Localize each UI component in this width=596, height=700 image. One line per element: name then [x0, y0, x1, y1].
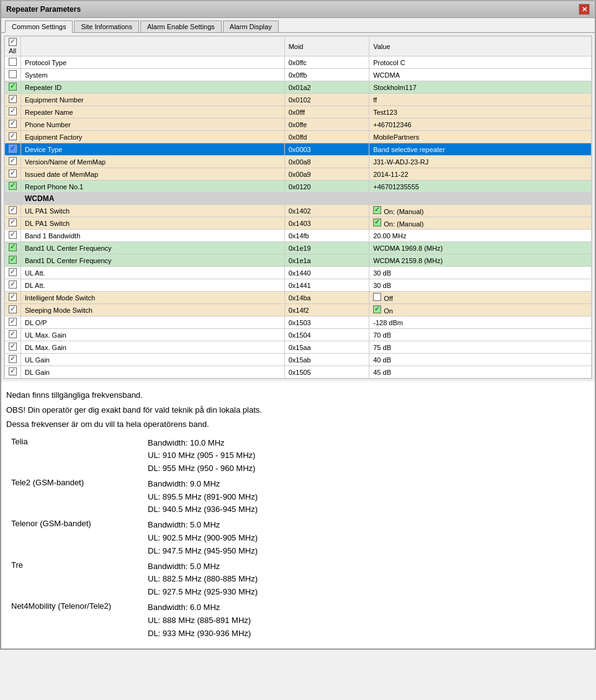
row-label: Issued date of MemMap: [21, 168, 285, 181]
row-checkbox-cell[interactable]: [5, 292, 21, 304]
row-checkbox-cell[interactable]: [5, 329, 21, 341]
row-moid: 0x0003: [284, 143, 369, 156]
table-row: UL Max. Gain 0x1504 70 dB: [5, 329, 592, 341]
info-line1: Nedan finns tillgängliga frekvensband.: [6, 389, 590, 402]
row-checkbox-cell[interactable]: [5, 56, 21, 69]
row-checkbox[interactable]: [9, 218, 17, 227]
row-checkbox[interactable]: [9, 58, 17, 66]
row-checkbox-cell[interactable]: [5, 181, 21, 193]
row-checkbox[interactable]: [9, 268, 17, 276]
row-checkbox[interactable]: [9, 367, 17, 375]
tab-site-informations[interactable]: Site Informations: [74, 20, 139, 32]
row-checkbox-cell[interactable]: [5, 242, 21, 254]
row-checkbox-cell[interactable]: [5, 354, 21, 366]
row-label: DL O/P: [21, 316, 285, 329]
row-checkbox[interactable]: [9, 70, 17, 78]
row-label: Intelligent Mode Switch: [21, 292, 285, 304]
row-label: Equipment Factory: [21, 131, 285, 143]
close-button[interactable]: ✕: [579, 4, 590, 15]
col-all-checkbox[interactable]: All: [5, 37, 21, 56]
row-checkbox[interactable]: [9, 231, 17, 239]
table-row: Repeater Name 0x0fff Test123: [5, 106, 592, 119]
row-label: UL Max. Gain: [21, 329, 285, 341]
row-value: 75 dB: [369, 341, 592, 354]
row-value: -128 dBm: [369, 316, 592, 329]
operator-name: Net4Mobility (Telenor/Tele2): [6, 600, 143, 641]
operator-name: Telenor (GSM-bandet): [6, 518, 143, 559]
row-checkbox[interactable]: [9, 169, 17, 177]
row-moid: 0x14f2: [284, 304, 369, 316]
row-value: 2014-11-22: [369, 168, 592, 181]
wcdma-section-header: WCDMA: [5, 193, 592, 205]
row-checkbox-cell[interactable]: [5, 106, 21, 119]
row-checkbox[interactable]: [9, 107, 17, 115]
row-checkbox[interactable]: [9, 355, 17, 363]
row-checkbox[interactable]: [9, 318, 17, 326]
operator-details: Bandwidth: 6.0 MHzUL: 888 MHz (885-891 M…: [143, 600, 590, 641]
row-label: UL Gain: [21, 354, 285, 366]
row-checkbox[interactable]: [9, 157, 17, 165]
tab-alarm-enable-settings[interactable]: Alarm Enable Settings: [140, 20, 222, 32]
row-checkbox-cell[interactable]: [5, 69, 21, 81]
row-checkbox-cell[interactable]: [5, 131, 21, 143]
row-value: WCDMA: [369, 69, 592, 81]
tab-alarm-display[interactable]: Alarm Display: [223, 20, 279, 32]
row-checkbox-cell[interactable]: [5, 316, 21, 329]
row-checkbox[interactable]: [9, 330, 17, 338]
table-row: Band1 UL Center Frequency 0x1e19 WCDMA 1…: [5, 242, 592, 254]
row-checkbox-cell[interactable]: [5, 341, 21, 354]
row-checkbox[interactable]: [9, 343, 17, 351]
tab-common-settings[interactable]: Common Settings: [5, 20, 73, 33]
all-checkbox[interactable]: [9, 38, 17, 46]
row-checkbox[interactable]: [9, 206, 17, 214]
row-checkbox-cell[interactable]: [5, 94, 21, 106]
row-moid: 0x14fb: [284, 230, 369, 242]
row-checkbox[interactable]: [9, 95, 17, 103]
row-moid: 0x1e1a: [284, 254, 369, 267]
row-label: DL Max. Gain: [21, 341, 285, 354]
row-checkbox[interactable]: [9, 132, 17, 140]
row-moid: 0x1e19: [284, 242, 369, 254]
row-checkbox[interactable]: [9, 256, 17, 264]
row-checkbox-cell[interactable]: [5, 168, 21, 181]
row-value: Stockholm117: [369, 81, 592, 94]
table-row: DL O/P 0x1503 -128 dBm: [5, 316, 592, 329]
row-checkbox-cell[interactable]: [5, 366, 21, 379]
row-value: 30 dB: [369, 267, 592, 279]
row-checkbox[interactable]: [9, 83, 17, 91]
operator-name: Tele2 (GSM-bandet): [6, 477, 143, 518]
row-checkbox-cell[interactable]: [5, 304, 21, 316]
row-checkbox[interactable]: [9, 182, 17, 190]
col-label-header: [21, 37, 285, 56]
row-label: UL PA1 Switch: [21, 205, 285, 217]
row-checkbox-cell[interactable]: [5, 143, 21, 156]
table-row: Phone Number 0x0ffe +467012346: [5, 119, 592, 131]
row-label: DL Att.: [21, 279, 285, 292]
table-row: Report Phone No.1 0x0120 +46701235555: [5, 181, 592, 193]
operator-details: Bandwidth: 5.0 MHzUL: 882.5 MHz (880-885…: [143, 559, 590, 600]
row-checkbox[interactable]: [9, 120, 17, 128]
row-checkbox-cell[interactable]: [5, 156, 21, 168]
row-checkbox-cell[interactable]: [5, 230, 21, 242]
row-checkbox-cell[interactable]: [5, 119, 21, 131]
row-checkbox-cell[interactable]: [5, 279, 21, 292]
row-checkbox[interactable]: [9, 145, 17, 153]
row-checkbox[interactable]: [9, 243, 17, 251]
value-checkbox: [373, 293, 381, 301]
row-checkbox-cell[interactable]: [5, 81, 21, 94]
row-checkbox-cell[interactable]: [5, 254, 21, 267]
table-row: Version/Name of MemMap 0x00a8 J31-W-ADJ-…: [5, 156, 592, 168]
row-label: Band1 DL Center Frequency: [21, 254, 285, 267]
row-checkbox[interactable]: [9, 293, 17, 301]
window-title: Repeater Parameters: [6, 5, 81, 14]
row-checkbox[interactable]: [9, 305, 17, 313]
row-checkbox-cell[interactable]: [5, 205, 21, 217]
row-value: Test123: [369, 106, 592, 119]
table-row: Band 1 Bandwidth 0x14fb 20.00 MHz: [5, 230, 592, 242]
row-label: DL PA1 Switch: [21, 217, 285, 230]
row-label: Device Type: [21, 143, 285, 156]
row-checkbox[interactable]: [9, 280, 17, 289]
row-checkbox-cell[interactable]: [5, 267, 21, 279]
row-checkbox-cell[interactable]: [5, 217, 21, 230]
row-value: +467012346: [369, 119, 592, 131]
